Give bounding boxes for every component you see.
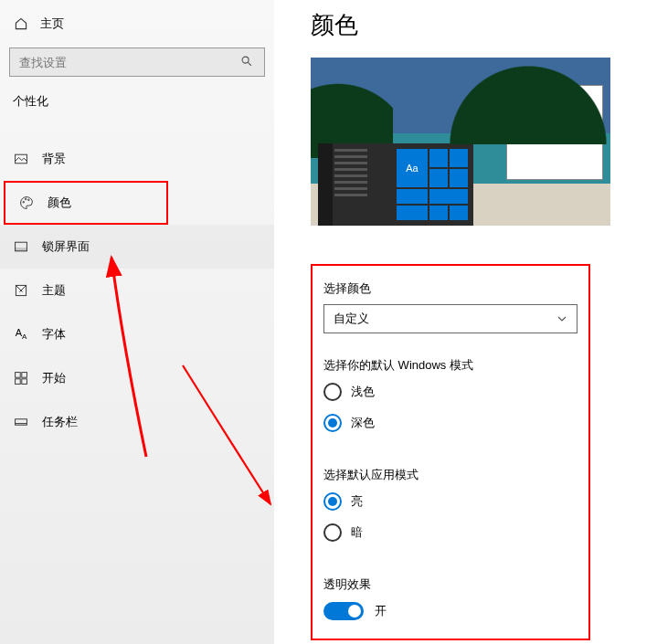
main-content: 颜色 Aa 示例文本 选择颜色 自定义 选择你的默认 Windows 模式 xyxy=(274,0,657,644)
svg-line-1 xyxy=(248,62,251,66)
palette-icon xyxy=(18,195,35,211)
sidebar-item-label: 锁屏界面 xyxy=(42,238,90,255)
sidebar-item-label: 开始 xyxy=(42,370,66,386)
theme-icon xyxy=(13,282,29,299)
preview-start-menu: Aa xyxy=(318,143,473,226)
svg-point-3 xyxy=(23,201,25,203)
radio-windows-dark[interactable]: 深色 xyxy=(323,414,578,432)
choose-color-label: 选择颜色 xyxy=(323,280,578,297)
preview-sample-window: 示例文本 xyxy=(506,85,603,180)
home-icon xyxy=(13,16,29,32)
start-icon xyxy=(13,370,29,386)
page-title: 颜色 xyxy=(311,0,639,58)
home-link[interactable]: 主页 xyxy=(0,7,274,40)
color-preview: Aa 示例文本 xyxy=(311,58,610,226)
svg-rect-12 xyxy=(22,379,27,385)
sidebar-item-colors[interactable]: 颜色 xyxy=(4,181,168,225)
lockscreen-icon xyxy=(13,238,29,255)
sidebar-item-themes[interactable]: 主题 xyxy=(0,269,274,312)
picture-icon xyxy=(13,151,29,167)
radio-label: 暗 xyxy=(351,524,363,541)
radio-app-dark[interactable]: 暗 xyxy=(323,523,578,542)
chevron-down-icon xyxy=(556,313,567,324)
windows-mode-label: 选择你的默认 Windows 模式 xyxy=(323,357,578,374)
radio-app-light[interactable]: 亮 xyxy=(323,492,578,511)
category-title: 个性化 xyxy=(0,86,274,121)
font-icon: AA xyxy=(13,326,29,343)
home-label: 主页 xyxy=(40,16,64,32)
sidebar-item-label: 背景 xyxy=(42,151,66,167)
sidebar-item-lockscreen[interactable]: 锁屏界面 xyxy=(0,225,274,269)
app-mode-label: 选择默认应用模式 xyxy=(323,467,578,483)
sidebar-item-label: 主题 xyxy=(42,282,66,299)
sidebar-item-start[interactable]: 开始 xyxy=(0,356,274,400)
radio-windows-light[interactable]: 浅色 xyxy=(323,383,578,401)
radio-icon xyxy=(323,383,342,401)
sidebar-item-fonts[interactable]: AA 字体 xyxy=(0,312,274,356)
color-settings-panel: 选择颜色 自定义 选择你的默认 Windows 模式 浅色 深色 选择默认应用模… xyxy=(311,264,590,640)
svg-rect-13 xyxy=(16,419,27,425)
color-mode-dropdown[interactable]: 自定义 xyxy=(323,304,578,333)
radio-label: 深色 xyxy=(351,415,375,431)
search-input[interactable] xyxy=(19,56,240,69)
svg-point-0 xyxy=(242,57,249,63)
radio-icon xyxy=(323,492,342,511)
sidebar-item-label: 颜色 xyxy=(48,195,71,211)
radio-icon xyxy=(323,523,342,542)
sidebar-item-label: 字体 xyxy=(42,326,66,343)
svg-point-5 xyxy=(28,199,30,201)
sidebar-item-taskbar[interactable]: 任务栏 xyxy=(0,400,274,444)
transparency-label: 透明效果 xyxy=(323,576,578,593)
sidebar: 主页 个性化 背景 颜色 锁屏界面 主题 AA 字体 开始 任务栏 xyxy=(0,0,274,644)
radio-icon xyxy=(323,414,342,432)
svg-rect-7 xyxy=(16,248,27,251)
sidebar-item-background[interactable]: 背景 xyxy=(0,137,274,181)
dropdown-value: 自定义 xyxy=(334,311,369,327)
transparency-toggle[interactable] xyxy=(323,602,364,620)
svg-point-4 xyxy=(25,198,26,200)
svg-rect-10 xyxy=(22,373,27,378)
taskbar-icon xyxy=(13,414,29,430)
radio-label: 亮 xyxy=(351,493,363,510)
search-icon xyxy=(240,55,255,69)
svg-rect-11 xyxy=(16,379,21,385)
sidebar-item-label: 任务栏 xyxy=(42,414,78,430)
toggle-state-label: 开 xyxy=(375,603,387,619)
radio-label: 浅色 xyxy=(351,384,375,400)
search-input-wrap[interactable] xyxy=(9,48,265,77)
sample-text: 示例文本 xyxy=(514,100,555,114)
svg-rect-9 xyxy=(16,373,21,378)
preview-tile: Aa xyxy=(397,149,428,187)
